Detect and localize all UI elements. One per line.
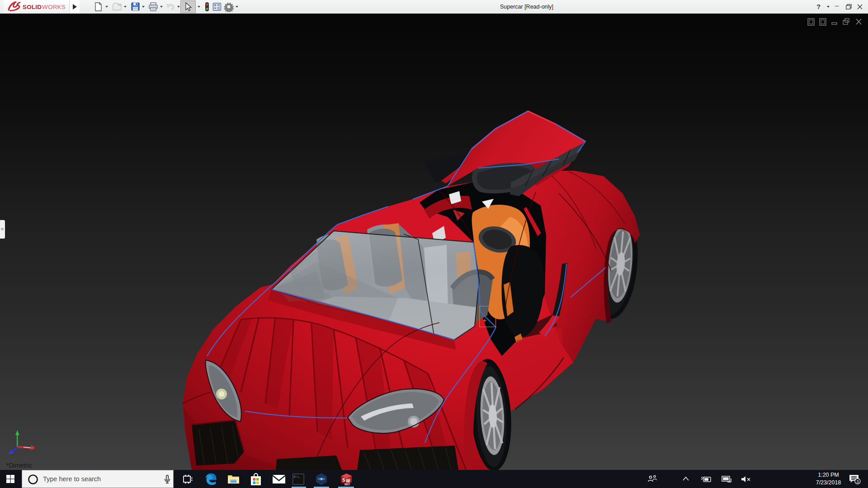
svg-text:Y: Y [15, 424, 19, 429]
svg-text:3: 3 [856, 479, 859, 484]
svg-text:2017: 2017 [344, 483, 350, 486]
svg-text:C:\_: C:\_ [294, 475, 301, 479]
svg-text:S: S [342, 478, 345, 483]
svg-text:WORKS: WORKS [42, 4, 66, 10]
svg-text:SOLID: SOLID [23, 4, 42, 10]
